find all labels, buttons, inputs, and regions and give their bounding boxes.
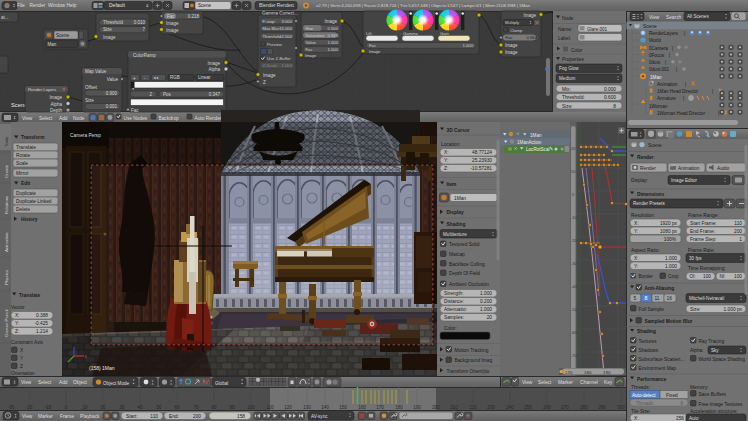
svg-text:170: 170 <box>376 405 384 410</box>
svg-text:0.944: 0.944 <box>527 35 538 40</box>
svg-text:X:: X: <box>634 221 639 226</box>
svg-text:|: | <box>684 31 685 36</box>
svg-text:Lift: Lift <box>366 31 372 36</box>
svg-text:Z-Scale:: Z-Scale: <box>263 63 279 68</box>
svg-text:Fac: Fac <box>506 35 513 40</box>
svg-text:0.218: 0.218 <box>188 14 200 19</box>
svg-text:Help: Help <box>67 3 77 8</box>
svg-text:Y:: Y: <box>444 158 448 163</box>
svg-text:Hue: Hue <box>306 26 314 31</box>
svg-text:Threshold:: Threshold: <box>263 34 283 39</box>
svg-text:View: View <box>21 380 32 385</box>
svg-text:-10: -10 <box>571 215 578 220</box>
svg-text:Key: Key <box>604 380 613 385</box>
svg-text:View: View <box>22 116 33 121</box>
svg-text:280: 280 <box>580 405 588 410</box>
svg-text:Marker: Marker <box>38 414 53 419</box>
svg-text:Distance:: Distance: <box>444 299 464 304</box>
svg-text:100: 100 <box>734 274 742 279</box>
svg-text:Z:: Z: <box>444 166 448 171</box>
svg-text:300: 300 <box>617 405 625 410</box>
svg-text:158: 158 <box>237 414 245 419</box>
svg-text:-30: -30 <box>571 261 578 266</box>
svg-text:Armature: Armature <box>657 96 676 101</box>
svg-text:File: File <box>17 3 25 8</box>
svg-text:Audio: Audio <box>717 166 730 171</box>
svg-text:Acceleration structure:: Acceleration structure: <box>690 409 738 414</box>
svg-text:100: 100 <box>247 405 255 410</box>
svg-text:Image: Image <box>505 43 518 48</box>
svg-text:Environment Map: Environment Map <box>639 366 677 371</box>
svg-text:Animation: Animation <box>4 232 9 252</box>
svg-text:Shadows: Shadows <box>639 348 659 353</box>
svg-text:Backdrop: Backdrop <box>159 116 180 121</box>
svg-text:All Scenes: All Scenes <box>687 14 709 19</box>
svg-text:20: 20 <box>487 315 493 320</box>
svg-text:Image: Image <box>324 19 337 24</box>
svg-text:History: History <box>21 217 38 222</box>
svg-text:Alpha:: Alpha: <box>690 348 704 353</box>
svg-text:Tile Size:: Tile Size: <box>631 409 651 414</box>
svg-text:-0.425: -0.425 <box>34 321 48 326</box>
svg-text:-60: -60 <box>571 330 578 335</box>
svg-text:Frame Range:: Frame Range: <box>688 213 719 218</box>
svg-text:Background Imag: Background Imag <box>455 358 493 363</box>
svg-text:1Woman Head Director: 1Woman Head Director <box>657 111 705 116</box>
svg-text:Scene: Scene <box>198 3 211 8</box>
svg-text:(158) 1Man: (158) 1Man <box>89 365 115 371</box>
svg-text:110: 110 <box>266 405 274 410</box>
svg-text:100%: 100% <box>664 237 677 242</box>
svg-text:16: 16 <box>667 296 673 301</box>
svg-text:Aspect Ratio:: Aspect Ratio: <box>631 248 660 253</box>
svg-text:Scale: Scale <box>16 161 28 166</box>
svg-text:Threads:: Threads: <box>636 401 654 406</box>
svg-text:250: 250 <box>524 405 532 410</box>
svg-text:8: 8 <box>613 104 616 109</box>
svg-text:Preview: Preview <box>267 42 283 47</box>
svg-text:60: 60 <box>174 405 180 410</box>
svg-text:Fac: Fac <box>369 43 376 48</box>
svg-text:Man: Man <box>48 42 57 47</box>
svg-text:Value: Value <box>107 77 119 82</box>
svg-text:Global: Global <box>215 381 228 386</box>
svg-text:Size: Size <box>85 98 94 103</box>
svg-text:Search: Search <box>666 15 682 20</box>
svg-text:Image: Image <box>305 53 317 58</box>
svg-text:Translate: Translate <box>16 145 36 150</box>
svg-text:110: 110 <box>734 221 742 226</box>
svg-text:Color: Color <box>571 48 583 53</box>
svg-text:Threshold: Threshold <box>103 20 124 25</box>
svg-text:Image Editor: Image Editor <box>671 178 698 183</box>
svg-text:0.347: 0.347 <box>209 92 221 97</box>
svg-text:0Camera: 0Camera <box>649 46 668 51</box>
svg-text:Time Remapping:: Time Remapping: <box>688 266 726 271</box>
svg-text:F-stop:: F-stop: <box>263 19 276 24</box>
svg-text:Z: Z <box>263 80 266 85</box>
svg-text:Map Value: Map Value <box>85 69 107 74</box>
svg-text:Image: Image <box>49 95 62 100</box>
svg-text:Object Mode: Object Mode <box>103 381 129 386</box>
svg-text:Fac: Fac <box>167 14 175 19</box>
svg-text:Node: Node <box>73 116 85 121</box>
svg-text:0.388: 0.388 <box>36 313 48 318</box>
svg-text:Render: Render <box>637 155 654 160</box>
svg-text:|: | <box>683 96 684 101</box>
svg-text:Playback: Playback <box>80 414 100 419</box>
svg-text:Fac: Fac <box>306 47 313 52</box>
svg-text:Matcap: Matcap <box>449 252 465 257</box>
svg-text:240: 240 <box>506 405 514 410</box>
svg-text:Depth: Depth <box>50 108 63 113</box>
svg-text:Multiply: Multiply <box>505 20 520 25</box>
svg-text:1Man: 1Man <box>530 133 542 138</box>
svg-text:Rotate: Rotate <box>16 153 30 158</box>
svg-text:200: 200 <box>193 414 201 419</box>
svg-text:View: View <box>649 15 660 20</box>
svg-text:X:: X: <box>634 256 639 261</box>
svg-text:Y:: Y: <box>15 321 19 326</box>
svg-text:Transform: Transform <box>21 135 44 140</box>
svg-text:210: 210 <box>450 405 458 410</box>
svg-text:1.000: 1.000 <box>665 256 677 261</box>
svg-text:Tools: Tools <box>4 136 9 147</box>
svg-text:Linear: Linear <box>198 75 211 80</box>
svg-text:Label:: Label: <box>558 36 571 41</box>
